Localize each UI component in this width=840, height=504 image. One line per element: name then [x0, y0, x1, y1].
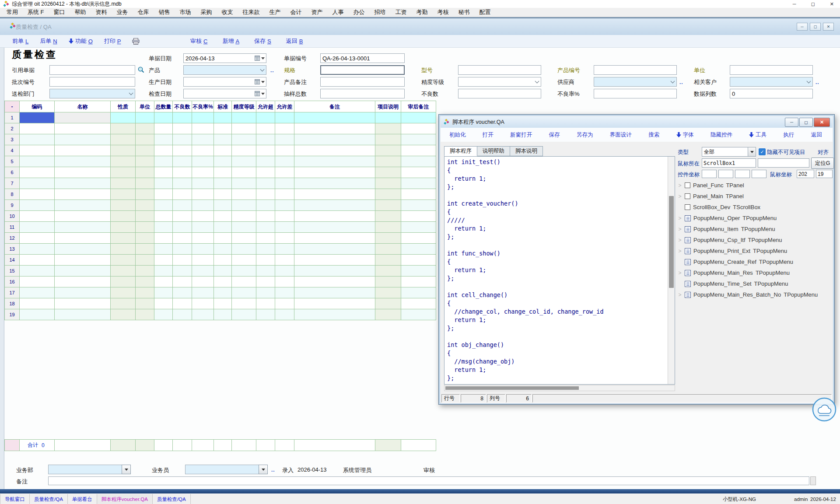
- hscroll-thumb[interactable]: [445, 386, 579, 390]
- dialog-toolbar-button[interactable]: 执行: [784, 131, 794, 139]
- model-input[interactable]: [458, 65, 541, 75]
- grid-cell[interactable]: [256, 156, 275, 167]
- batch-no-input[interactable]: [49, 77, 135, 87]
- grid-cell[interactable]: [55, 233, 111, 244]
- grid-cell[interactable]: [20, 298, 55, 309]
- chevron-down-icon[interactable]: [127, 89, 135, 98]
- grid-cell[interactable]: [214, 112, 232, 123]
- row-number-cell[interactable]: 9: [5, 200, 20, 211]
- row-number-cell[interactable]: 8: [5, 189, 20, 200]
- code-editor[interactable]: int init_test() { return 1; }; int creat…: [444, 156, 675, 385]
- grid-cell[interactable]: [55, 189, 111, 200]
- row-number-cell[interactable]: 18: [5, 298, 20, 309]
- menu-item[interactable]: 配置: [475, 8, 496, 16]
- tree-item[interactable]: >PopupMenu_Csp_ItfTPopupMenu: [678, 234, 832, 245]
- grid-cell[interactable]: [136, 309, 154, 320]
- dialog-toolbar-button[interactable]: 新窗打开: [510, 131, 532, 139]
- grid-cell[interactable]: [192, 276, 214, 287]
- grid-cell[interactable]: [154, 156, 173, 167]
- menu-item[interactable]: 系统 F: [23, 8, 49, 16]
- grid-cell[interactable]: [173, 167, 192, 178]
- grid-cell[interactable]: [275, 134, 294, 145]
- product-note-input[interactable]: [320, 77, 405, 87]
- defect-count-input[interactable]: [458, 89, 541, 98]
- tree-item[interactable]: PopupMenu_Time_SetTPopupMenu: [678, 278, 832, 289]
- grid-cell[interactable]: [401, 222, 436, 233]
- tree-expander-icon[interactable]: >: [678, 226, 682, 232]
- grid-cell[interactable]: [55, 156, 111, 167]
- grid-cell[interactable]: [256, 112, 275, 123]
- grid-cell[interactable]: [401, 233, 436, 244]
- grid-cell[interactable]: [192, 178, 214, 189]
- grid-cell[interactable]: [401, 167, 436, 178]
- grid-cell[interactable]: [55, 145, 111, 156]
- grid-cell[interactable]: [173, 287, 192, 298]
- menu-item[interactable]: 仓库: [133, 8, 154, 16]
- toolbar-button[interactable]: 功能O: [69, 37, 93, 45]
- toolbar-button[interactable]: 打印P: [104, 37, 121, 45]
- dept2-combo[interactable]: [48, 465, 131, 474]
- grid-cell[interactable]: [192, 222, 214, 233]
- grid-cell[interactable]: [136, 200, 154, 211]
- grid-cell[interactable]: [173, 244, 192, 255]
- dropdown-arrow-icon[interactable]: [122, 465, 131, 474]
- grid-cell[interactable]: [214, 178, 232, 189]
- grid-cell[interactable]: [275, 167, 294, 178]
- grid-cell[interactable]: [214, 244, 232, 255]
- chevron-down-icon[interactable]: [805, 77, 812, 86]
- grid-cell[interactable]: [154, 145, 173, 156]
- salesman-combo[interactable]: [185, 465, 268, 474]
- vscroll-thumb[interactable]: [669, 196, 674, 288]
- grid-cell[interactable]: [214, 309, 232, 320]
- tree-expander-icon[interactable]: >: [678, 248, 682, 254]
- grid-cell[interactable]: [256, 287, 275, 298]
- grid-cell[interactable]: [136, 287, 154, 298]
- grid-cell[interactable]: [192, 266, 214, 276]
- grid-cell[interactable]: [111, 189, 136, 200]
- grid-column-header[interactable]: 备注: [294, 101, 375, 112]
- grid-cell[interactable]: [20, 233, 55, 244]
- grid-cell[interactable]: [192, 287, 214, 298]
- tree-item[interactable]: >Panel_FuncTPanel: [678, 180, 832, 191]
- row-number-cell[interactable]: 4: [5, 145, 20, 156]
- supplier-more-button[interactable]: ..: [679, 79, 683, 85]
- grid-cell[interactable]: [401, 134, 436, 145]
- row-number-cell[interactable]: 3: [5, 134, 20, 145]
- row-number-cell[interactable]: 1: [5, 112, 20, 123]
- dropdown-arrow-icon[interactable]: [260, 77, 266, 86]
- grid-cell[interactable]: [401, 189, 436, 200]
- grid-column-header[interactable]: 精度等级: [232, 101, 256, 112]
- grid-cell[interactable]: [55, 309, 111, 320]
- tree-expander-icon[interactable]: >: [678, 215, 682, 221]
- grid-cell[interactable]: [214, 266, 232, 276]
- product-combo[interactable]: [183, 65, 266, 75]
- grid-column-header[interactable]: 标准: [214, 101, 232, 112]
- calendar-icon[interactable]: [255, 56, 260, 61]
- grid-cell[interactable]: [232, 255, 256, 266]
- grid-cell[interactable]: [232, 167, 256, 178]
- menu-item[interactable]: 收支: [217, 8, 238, 16]
- grid-cell[interactable]: [375, 189, 401, 200]
- grid-cell[interactable]: [55, 276, 111, 287]
- menu-item[interactable]: 窗口: [49, 8, 70, 16]
- dialog-toolbar-button[interactable]: 界面设计: [610, 131, 632, 139]
- row-number-cell[interactable]: 19: [5, 309, 20, 320]
- dialog-toolbar-button[interactable]: 工具: [749, 131, 766, 139]
- grid-column-header[interactable]: 项目说明: [375, 101, 401, 112]
- grid-cell[interactable]: [214, 276, 232, 287]
- data-cols-input[interactable]: 0: [730, 89, 813, 98]
- grid-cell[interactable]: [20, 309, 55, 320]
- grid-cell[interactable]: [173, 189, 192, 200]
- grid-cell[interactable]: [55, 244, 111, 255]
- grid-cell[interactable]: [192, 211, 214, 222]
- chevron-down-icon[interactable]: [533, 77, 541, 86]
- grid-cell[interactable]: [111, 156, 136, 167]
- grid-cell[interactable]: [136, 178, 154, 189]
- grid-cell[interactable]: [136, 189, 154, 200]
- salesman-more-button[interactable]: ..: [271, 467, 275, 473]
- menu-item[interactable]: 考核: [433, 8, 454, 16]
- dropdown-arrow-icon[interactable]: [748, 147, 756, 156]
- grid-cell[interactable]: [136, 145, 154, 156]
- menu-item[interactable]: 往来款: [238, 8, 265, 16]
- grid-cell[interactable]: [401, 178, 436, 189]
